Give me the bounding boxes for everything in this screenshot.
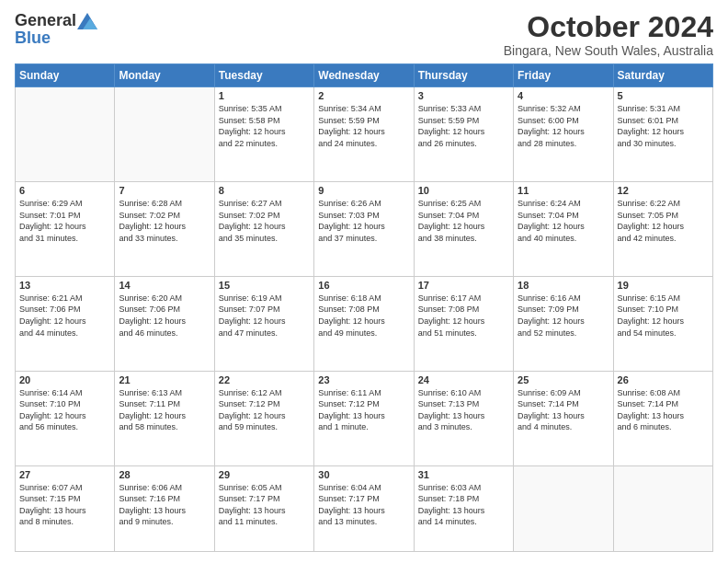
col-sunday: Sunday xyxy=(16,64,115,87)
calendar-cell: 1Sunrise: 5:35 AM Sunset: 5:58 PM Daylig… xyxy=(214,87,313,182)
calendar-week-0: 1Sunrise: 5:35 AM Sunset: 5:58 PM Daylig… xyxy=(16,87,713,182)
day-info: Sunrise: 6:27 AM Sunset: 7:02 PM Dayligh… xyxy=(219,198,310,244)
day-info: Sunrise: 6:08 AM Sunset: 7:14 PM Dayligh… xyxy=(618,387,709,433)
day-number: 19 xyxy=(618,280,709,291)
calendar-cell: 27Sunrise: 6:07 AM Sunset: 7:15 PM Dayli… xyxy=(16,465,115,552)
day-info: Sunrise: 6:26 AM Sunset: 7:03 PM Dayligh… xyxy=(318,198,409,244)
day-number: 1 xyxy=(219,90,310,101)
day-number: 30 xyxy=(318,469,409,480)
calendar-cell: 16Sunrise: 6:18 AM Sunset: 7:08 PM Dayli… xyxy=(314,276,414,371)
calendar-cell: 7Sunrise: 6:28 AM Sunset: 7:02 PM Daylig… xyxy=(115,182,214,277)
month-title: October 2024 xyxy=(504,11,713,43)
logo: General Blue xyxy=(15,11,98,48)
day-info: Sunrise: 6:03 AM Sunset: 7:18 PM Dayligh… xyxy=(418,482,509,528)
calendar-week-3: 20Sunrise: 6:14 AM Sunset: 7:10 PM Dayli… xyxy=(16,371,713,465)
calendar-week-4: 27Sunrise: 6:07 AM Sunset: 7:15 PM Dayli… xyxy=(16,465,713,552)
day-number: 26 xyxy=(618,374,709,385)
calendar-cell: 17Sunrise: 6:17 AM Sunset: 7:08 PM Dayli… xyxy=(414,276,513,371)
logo-general-text: General xyxy=(15,11,76,30)
calendar-cell: 9Sunrise: 6:26 AM Sunset: 7:03 PM Daylig… xyxy=(314,182,414,277)
logo-blue-text: Blue xyxy=(15,29,98,48)
day-number: 12 xyxy=(618,185,709,196)
calendar-cell: 10Sunrise: 6:25 AM Sunset: 7:04 PM Dayli… xyxy=(414,182,513,277)
day-number: 16 xyxy=(318,280,409,291)
day-number: 2 xyxy=(318,90,409,101)
day-number: 31 xyxy=(418,469,509,480)
day-info: Sunrise: 6:05 AM Sunset: 7:17 PM Dayligh… xyxy=(219,482,310,528)
calendar-week-1: 6Sunrise: 6:29 AM Sunset: 7:01 PM Daylig… xyxy=(16,182,713,277)
day-number: 24 xyxy=(418,374,509,385)
day-info: Sunrise: 6:21 AM Sunset: 7:06 PM Dayligh… xyxy=(19,293,110,339)
day-number: 9 xyxy=(318,185,409,196)
col-saturday: Saturday xyxy=(613,64,712,87)
day-number: 21 xyxy=(119,374,210,385)
page: General Blue October 2024 Bingara, New S… xyxy=(0,0,728,563)
calendar-cell: 20Sunrise: 6:14 AM Sunset: 7:10 PM Dayli… xyxy=(16,371,115,465)
day-number: 14 xyxy=(119,280,210,291)
col-thursday: Thursday xyxy=(414,64,513,87)
col-monday: Monday xyxy=(115,64,214,87)
day-info: Sunrise: 5:31 AM Sunset: 6:01 PM Dayligh… xyxy=(618,103,709,149)
day-number: 29 xyxy=(219,469,310,480)
day-number: 4 xyxy=(518,90,609,101)
day-number: 28 xyxy=(119,469,210,480)
calendar-cell: 24Sunrise: 6:10 AM Sunset: 7:13 PM Dayli… xyxy=(414,371,513,465)
day-number: 15 xyxy=(219,280,310,291)
calendar-cell: 25Sunrise: 6:09 AM Sunset: 7:14 PM Dayli… xyxy=(514,371,613,465)
day-number: 20 xyxy=(19,374,110,385)
day-info: Sunrise: 6:28 AM Sunset: 7:02 PM Dayligh… xyxy=(119,198,210,244)
day-number: 18 xyxy=(518,280,609,291)
day-number: 6 xyxy=(19,185,110,196)
day-number: 23 xyxy=(318,374,409,385)
calendar-cell: 31Sunrise: 6:03 AM Sunset: 7:18 PM Dayli… xyxy=(414,465,513,552)
day-info: Sunrise: 6:12 AM Sunset: 7:12 PM Dayligh… xyxy=(219,387,310,433)
calendar-cell: 2Sunrise: 5:34 AM Sunset: 5:59 PM Daylig… xyxy=(314,87,414,182)
day-info: Sunrise: 6:07 AM Sunset: 7:15 PM Dayligh… xyxy=(19,482,110,528)
day-info: Sunrise: 5:35 AM Sunset: 5:58 PM Dayligh… xyxy=(219,103,310,149)
calendar-cell: 6Sunrise: 6:29 AM Sunset: 7:01 PM Daylig… xyxy=(16,182,115,277)
day-info: Sunrise: 5:33 AM Sunset: 5:59 PM Dayligh… xyxy=(418,103,509,149)
calendar-cell: 28Sunrise: 6:06 AM Sunset: 7:16 PM Dayli… xyxy=(115,465,214,552)
day-info: Sunrise: 6:14 AM Sunset: 7:10 PM Dayligh… xyxy=(19,387,110,433)
calendar-cell: 30Sunrise: 6:04 AM Sunset: 7:17 PM Dayli… xyxy=(314,465,414,552)
day-info: Sunrise: 6:24 AM Sunset: 7:04 PM Dayligh… xyxy=(518,198,609,244)
calendar-cell xyxy=(514,465,613,552)
day-info: Sunrise: 6:15 AM Sunset: 7:10 PM Dayligh… xyxy=(618,293,709,339)
calendar-cell: 11Sunrise: 6:24 AM Sunset: 7:04 PM Dayli… xyxy=(514,182,613,277)
calendar-cell: 12Sunrise: 6:22 AM Sunset: 7:05 PM Dayli… xyxy=(613,182,712,277)
day-number: 8 xyxy=(219,185,310,196)
day-info: Sunrise: 6:16 AM Sunset: 7:09 PM Dayligh… xyxy=(518,293,609,339)
day-number: 7 xyxy=(119,185,210,196)
calendar-cell: 5Sunrise: 5:31 AM Sunset: 6:01 PM Daylig… xyxy=(613,87,712,182)
day-info: Sunrise: 6:04 AM Sunset: 7:17 PM Dayligh… xyxy=(318,482,409,528)
logo-icon xyxy=(77,13,97,29)
calendar-cell: 15Sunrise: 6:19 AM Sunset: 7:07 PM Dayli… xyxy=(214,276,313,371)
calendar-cell: 13Sunrise: 6:21 AM Sunset: 7:06 PM Dayli… xyxy=(16,276,115,371)
day-number: 17 xyxy=(418,280,509,291)
day-info: Sunrise: 6:10 AM Sunset: 7:13 PM Dayligh… xyxy=(418,387,509,433)
day-info: Sunrise: 6:13 AM Sunset: 7:11 PM Dayligh… xyxy=(119,387,210,433)
day-info: Sunrise: 6:06 AM Sunset: 7:16 PM Dayligh… xyxy=(119,482,210,528)
title-block: October 2024 Bingara, New South Wales, A… xyxy=(504,11,713,58)
day-info: Sunrise: 6:19 AM Sunset: 7:07 PM Dayligh… xyxy=(219,293,310,339)
calendar-cell: 22Sunrise: 6:12 AM Sunset: 7:12 PM Dayli… xyxy=(214,371,313,465)
day-number: 3 xyxy=(418,90,509,101)
day-info: Sunrise: 6:09 AM Sunset: 7:14 PM Dayligh… xyxy=(518,387,609,433)
day-info: Sunrise: 6:22 AM Sunset: 7:05 PM Dayligh… xyxy=(618,198,709,244)
calendar-cell: 8Sunrise: 6:27 AM Sunset: 7:02 PM Daylig… xyxy=(214,182,313,277)
calendar-cell: 21Sunrise: 6:13 AM Sunset: 7:11 PM Dayli… xyxy=(115,371,214,465)
col-tuesday: Tuesday xyxy=(214,64,313,87)
day-number: 5 xyxy=(618,90,709,101)
day-number: 22 xyxy=(219,374,310,385)
calendar-table: Sunday Monday Tuesday Wednesday Thursday… xyxy=(15,63,713,552)
day-info: Sunrise: 6:11 AM Sunset: 7:12 PM Dayligh… xyxy=(318,387,409,433)
header: General Blue October 2024 Bingara, New S… xyxy=(15,11,713,58)
day-info: Sunrise: 5:34 AM Sunset: 5:59 PM Dayligh… xyxy=(318,103,409,149)
col-friday: Friday xyxy=(514,64,613,87)
day-info: Sunrise: 6:29 AM Sunset: 7:01 PM Dayligh… xyxy=(19,198,110,244)
day-info: Sunrise: 6:18 AM Sunset: 7:08 PM Dayligh… xyxy=(318,293,409,339)
calendar-cell: 19Sunrise: 6:15 AM Sunset: 7:10 PM Dayli… xyxy=(613,276,712,371)
calendar-week-2: 13Sunrise: 6:21 AM Sunset: 7:06 PM Dayli… xyxy=(16,276,713,371)
location: Bingara, New South Wales, Australia xyxy=(504,43,713,58)
day-number: 27 xyxy=(19,469,110,480)
